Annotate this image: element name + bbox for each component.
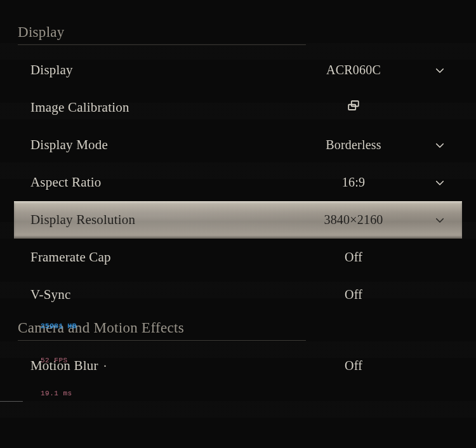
hud-ms: 19.1 ms [41, 390, 72, 397]
row-display-value: ACR060C [300, 63, 407, 77]
settings-screen: Display Display ACR060C Image Calibratio… [0, 0, 476, 448]
section-header-camera: Camera and Motion Effects [18, 320, 306, 341]
row-aspect-ratio-label: Aspect Ratio [30, 175, 255, 190]
row-aspect-ratio[interactable]: Aspect Ratio 16:9 [0, 164, 476, 201]
row-vsync-value: Off [300, 287, 407, 302]
chevron-down-icon[interactable] [407, 214, 446, 226]
row-framerate-cap-label: Framerate Cap [30, 249, 255, 265]
row-display-mode-label: Display Mode [30, 137, 255, 153]
settings-list-camera: Motion Blur · Off [0, 347, 476, 385]
row-image-calibration-value [300, 99, 407, 116]
settings-list-display: Display ACR060C Image Calibration [0, 51, 476, 313]
row-image-calibration-label: Image Calibration [30, 100, 255, 115]
chevron-down-icon[interactable] [407, 177, 446, 188]
row-vsync-label: V-Sync [30, 287, 255, 303]
window-icon [347, 99, 360, 113]
chevron-down-icon[interactable] [407, 65, 446, 76]
hud-divider [0, 401, 23, 402]
row-display[interactable]: Display ACR060C [0, 51, 476, 89]
row-motion-blur-value: Off [300, 359, 407, 373]
row-motion-blur[interactable]: Motion Blur · Off [0, 347, 476, 385]
row-motion-blur-label: Motion Blur · [30, 358, 255, 374]
section-header-display: Display [18, 24, 306, 45]
row-display-label: Display [30, 62, 255, 78]
row-display-mode[interactable]: Display Mode Borderless [0, 126, 476, 164]
row-resolution-label: Display Resolution [30, 212, 255, 228]
row-image-calibration[interactable]: Image Calibration [0, 89, 476, 126]
row-resolution-value: 3840×2160 [300, 213, 407, 227]
row-display-mode-value: Borderless [300, 138, 407, 152]
row-vsync[interactable]: V-Sync Off [0, 276, 476, 313]
chevron-down-icon[interactable] [407, 140, 446, 151]
row-aspect-ratio-value: 16:9 [300, 175, 407, 190]
row-resolution[interactable]: Display Resolution 3840×2160 [14, 201, 462, 239]
row-framerate-cap-value: Off [300, 250, 407, 265]
bullet-icon: · [98, 360, 107, 372]
row-framerate-cap[interactable]: Framerate Cap Off [0, 239, 476, 276]
